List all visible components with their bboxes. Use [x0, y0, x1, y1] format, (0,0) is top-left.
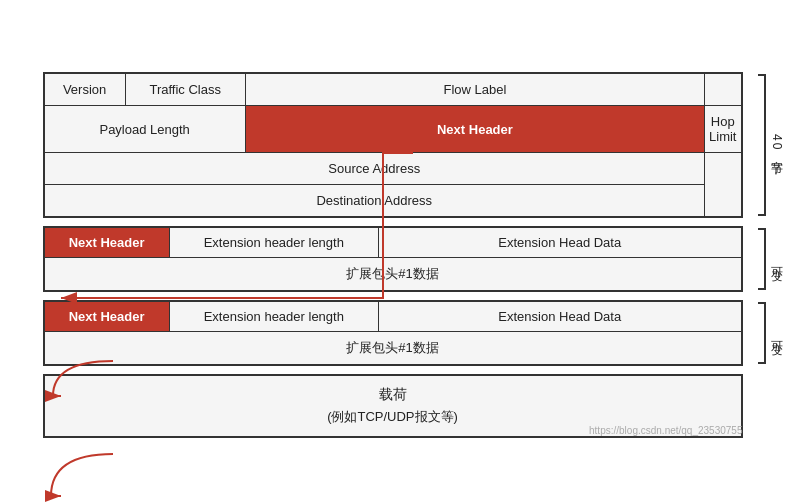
ext-header-2: Next Header Extension header length Exte…	[43, 300, 743, 366]
ipv6-row-4: Destination Address	[44, 185, 742, 218]
ipv6-row-2: Payload Length Next Header Hop Limit	[44, 106, 742, 153]
ext2-bracket: 可变	[758, 300, 785, 366]
ext2-row-2: 扩展包头#1数据	[44, 332, 742, 366]
ext2-length-cell: Extension header length	[169, 301, 378, 332]
ext2-data-cell: Extension Head Data	[379, 301, 742, 332]
ext-header-2-table: Next Header Extension header length Exte…	[43, 300, 743, 366]
destination-address-cell: Destination Address	[44, 185, 705, 218]
ipv6-bracket: 40字节	[758, 72, 785, 218]
ext1-row-1: Next Header Extension header length Exte…	[44, 227, 742, 258]
payload-line1: 载荷	[49, 386, 737, 404]
ipv6-row-1: Version Traffic Class Flow Label	[44, 73, 742, 106]
hop-limit-cell: Hop Limit	[705, 106, 742, 153]
ext-header-1-table: Next Header Extension header length Exte…	[43, 226, 743, 292]
traffic-class-cell: Traffic Class	[125, 73, 245, 106]
next-header-cell: Next Header	[245, 106, 704, 153]
source-address-cell: Source Address	[44, 153, 705, 185]
ext1-bracket: 可变	[758, 226, 785, 292]
ext1-bracket-label: 可变	[768, 257, 785, 261]
ipv6-row-3: Source Address	[44, 153, 742, 185]
ext1-next-header-cell: Next Header	[44, 227, 170, 258]
payload-length-cell: Payload Length	[44, 106, 246, 153]
ext2-bracket-label: 可变	[768, 331, 785, 335]
ext2-chinese-cell: 扩展包头#1数据	[44, 332, 742, 366]
payload-line2: (例如TCP/UDP报文等)	[49, 408, 737, 426]
flow-label-cell: Flow Label	[245, 73, 704, 106]
ipv6-header: Version Traffic Class Flow Label Payload…	[43, 72, 743, 218]
ext2-row-1: Next Header Extension header length Exte…	[44, 301, 742, 332]
ext1-row-2: 扩展包头#1数据	[44, 258, 742, 292]
ext1-data-cell: Extension Head Data	[379, 227, 742, 258]
ext-header-1: Next Header Extension header length Exte…	[43, 226, 743, 292]
ext1-chinese-cell: 扩展包头#1数据	[44, 258, 742, 292]
ext1-length-cell: Extension header length	[169, 227, 378, 258]
ipv6-header-table: Version Traffic Class Flow Label Payload…	[43, 72, 743, 218]
ipv6-bracket-label: 40字节	[768, 134, 785, 155]
version-cell: Version	[44, 73, 126, 106]
ext2-next-header-cell: Next Header	[44, 301, 170, 332]
watermark: https://blog.csdn.net/qq_23530755	[589, 425, 742, 436]
